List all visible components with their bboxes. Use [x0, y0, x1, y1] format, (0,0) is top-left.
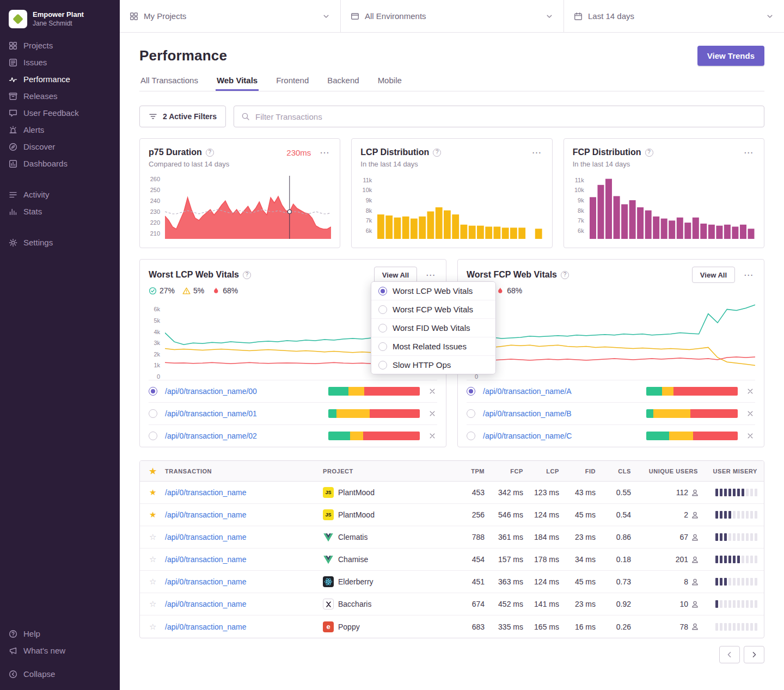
org-switcher[interactable]: Empower Plant Jane Schmidt [0, 8, 120, 36]
help-icon[interactable]: ? [206, 149, 214, 157]
sidebar-item-settings[interactable]: Settings [0, 234, 120, 251]
star-toggle[interactable]: ☆ [140, 599, 165, 609]
sidebar-item-what-s-new[interactable]: What's new [0, 642, 120, 659]
misery-segment [728, 623, 731, 631]
more-options-button[interactable]: ⋯ [530, 147, 543, 158]
close-icon[interactable] [745, 386, 755, 396]
transaction-link[interactable]: /api/0/transaction_name/C [483, 432, 639, 440]
active-filters-button[interactable]: 2 Active Filters [139, 106, 226, 127]
more-options-button[interactable]: ⋯ [742, 269, 755, 281]
menu-option-worst-fcp-web-vitals[interactable]: Worst FCP Web Vitals [371, 300, 495, 318]
transaction-link[interactable]: /api/0/transaction_name/B [483, 409, 639, 418]
transaction-link[interactable]: /api/0/transaction_name/00 [165, 387, 321, 396]
menu-option-radio [378, 324, 387, 332]
help-icon[interactable]: ? [243, 271, 251, 279]
transaction-radio[interactable] [467, 432, 475, 440]
y-axis-label: 6k [154, 306, 160, 312]
date-range-selector[interactable]: Last 14 days [564, 0, 784, 32]
transaction-radio[interactable] [149, 409, 157, 418]
view-trends-button[interactable]: View Trends [697, 46, 764, 66]
sidebar-item-projects[interactable]: Projects [0, 37, 120, 54]
view-all-button[interactable]: View All [692, 267, 735, 283]
cell-tpm: 674 [421, 600, 486, 608]
cell-lcp: 124 ms [524, 510, 560, 519]
transaction-radio[interactable] [149, 387, 157, 396]
transaction-radio[interactable] [467, 387, 475, 396]
tab-backend[interactable]: Backend [326, 76, 360, 91]
star-toggle[interactable]: ☆ [140, 577, 165, 587]
tab-frontend[interactable]: Frontend [275, 76, 310, 91]
close-icon[interactable] [427, 386, 437, 396]
transaction-link[interactable]: /api/0/transaction_name [165, 555, 323, 564]
close-icon[interactable] [427, 431, 437, 441]
tab-web-vitals[interactable]: Web Vitals [216, 76, 259, 91]
transaction-link[interactable]: /api/0/transaction_name [165, 533, 323, 541]
star-toggle[interactable]: ★ [140, 510, 165, 520]
tab-all-transactions[interactable]: All Transactions [139, 76, 199, 91]
sidebar-item-collapse[interactable]: Collapse [0, 666, 120, 682]
menu-option-slow-http-ops[interactable]: Slow HTTP Ops [371, 355, 495, 374]
cell-lcp: 178 ms [524, 555, 560, 564]
y-axis-label: 3k [154, 340, 160, 346]
misery-segment [724, 556, 727, 563]
filter-row: 2 Active Filters [139, 106, 764, 127]
sidebar-item-stats[interactable]: Stats [0, 203, 120, 220]
transaction-link[interactable]: /api/0/transaction_name/A [483, 387, 639, 396]
menu-option-worst-lcp-web-vitals[interactable]: Worst LCP Web Vitals [371, 282, 495, 300]
next-page-button[interactable] [744, 646, 764, 663]
sidebar-item-dashboards[interactable]: Dashboards [0, 155, 120, 172]
sidebar-item-alerts[interactable]: Alerts [0, 121, 120, 138]
more-options-button[interactable]: ⋯ [424, 269, 437, 281]
sidebar-item-releases[interactable]: Releases [0, 88, 120, 104]
cell-cls: 0.54 [597, 510, 632, 519]
previous-page-button[interactable] [719, 646, 740, 663]
search-input[interactable] [255, 112, 757, 121]
card-subtitle: Compared to last 14 days [149, 160, 331, 168]
project-selector[interactable]: My Projects [120, 0, 340, 32]
tab-mobile[interactable]: Mobile [377, 76, 403, 91]
help-icon[interactable]: ? [433, 149, 441, 157]
web-vitals-poor-stat: 68% [496, 286, 522, 295]
star-toggle[interactable]: ☆ [140, 532, 165, 542]
close-icon[interactable] [427, 409, 437, 418]
sidebar-item-user-feedback[interactable]: User Feedback [0, 104, 120, 121]
transaction-link[interactable]: /api/0/transaction_name [165, 600, 323, 608]
y-axis-label: 9k [366, 197, 372, 204]
star-toggle[interactable]: ☆ [140, 622, 165, 632]
card-title: Worst FCP Web Vitals [467, 270, 557, 280]
close-icon[interactable] [745, 409, 755, 418]
transaction-link[interactable]: /api/0/transaction_name [165, 510, 323, 519]
transaction-link[interactable]: /api/0/transaction_name [165, 623, 323, 631]
cell-lcp: 141 ms [524, 600, 560, 608]
project-name: PlantMood [338, 488, 375, 497]
transactions-table: ★TRANSACTIONPROJECTTPMFCPLCPFIDCLSUNIQUE… [139, 460, 764, 638]
view-all-button[interactable]: View All [374, 267, 417, 283]
cell-fid: 23 ms [560, 600, 597, 608]
page-title: Performance [139, 47, 227, 64]
help-icon[interactable]: ? [645, 149, 653, 157]
transaction-link[interactable]: /api/0/transaction_name/01 [165, 409, 321, 418]
transaction-radio[interactable] [149, 432, 157, 440]
misery-segment [755, 578, 757, 586]
sidebar-item-performance[interactable]: Performance [0, 71, 120, 88]
transaction-link[interactable]: /api/0/transaction_name [165, 488, 323, 497]
star-toggle[interactable]: ☆ [140, 555, 165, 564]
sidebar-item-discover[interactable]: Discover [0, 138, 120, 155]
close-icon[interactable] [745, 431, 755, 441]
transaction-link[interactable]: /api/0/transaction_name/02 [165, 432, 321, 440]
sidebar-item-help[interactable]: Help [0, 625, 120, 642]
menu-option-most-related-issues[interactable]: Most Related Issues [371, 337, 495, 355]
help-icon[interactable]: ? [561, 271, 569, 279]
more-options-button[interactable]: ⋯ [742, 147, 755, 158]
more-options-button[interactable]: ⋯ [317, 147, 331, 158]
transaction-link[interactable]: /api/0/transaction_name [165, 577, 323, 586]
menu-option-worst-fid-web-vitals[interactable]: Worst FID Web Vitals [371, 318, 495, 337]
misery-segment [755, 511, 757, 519]
sidebar-item-activity[interactable]: Activity [0, 186, 120, 203]
vitals-stats: 5%68% [467, 286, 755, 295]
environment-selector[interactable]: All Environments [340, 0, 564, 32]
sidebar-item-issues[interactable]: Issues [0, 54, 120, 71]
star-icon: ☆ [149, 622, 156, 631]
transaction-radio[interactable] [467, 409, 475, 418]
star-toggle[interactable]: ★ [140, 488, 165, 497]
